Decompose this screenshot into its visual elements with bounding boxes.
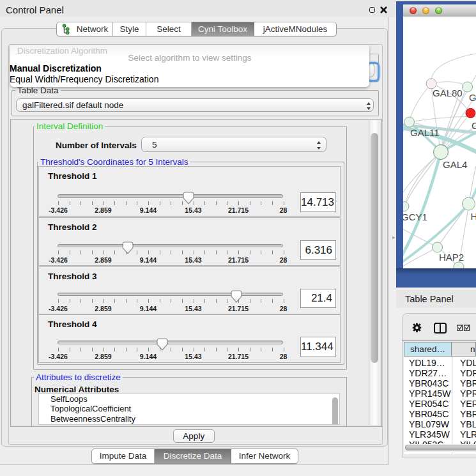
svg-text:C: C — [472, 120, 476, 131]
svg-text:GAL4: GAL4 — [443, 159, 467, 170]
svg-text:G.: G. — [469, 92, 476, 103]
svg-text:GAL80: GAL80 — [433, 88, 463, 98]
svg-text:H: H — [471, 211, 476, 222]
svg-text:HAP2: HAP2 — [439, 252, 464, 263]
svg-text:GCY1: GCY1 — [403, 211, 427, 222]
svg-text:GAL11: GAL11 — [410, 127, 440, 138]
